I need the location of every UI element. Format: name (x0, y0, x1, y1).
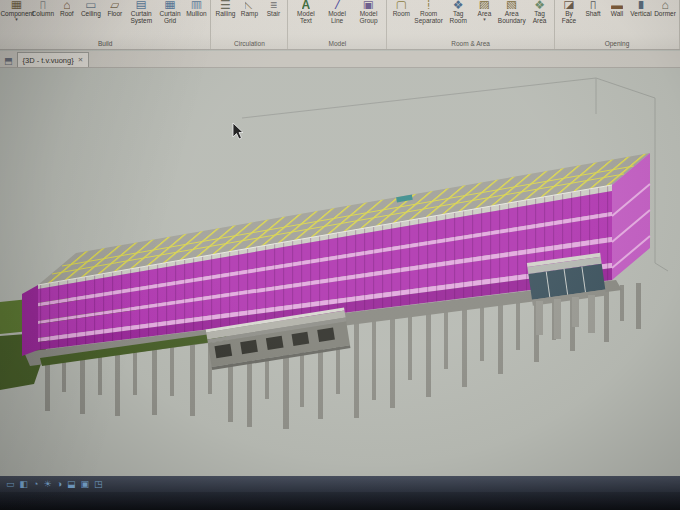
roof-icon (63, 0, 70, 9)
ribbon-panel-opening: By Face Shaft Wall Vertical Dormer (555, 0, 680, 49)
panel-label-room-area: Room & Area (389, 41, 552, 50)
view-tab-bar: ⬒ {3D - t.v.vuong} ✕ (0, 51, 680, 68)
ribbon-button-ceiling[interactable]: Ceiling (79, 1, 103, 17)
by-face-icon (563, 0, 574, 9)
project-view-icon: ⬒ (4, 56, 13, 66)
model-group-icon (363, 0, 374, 9)
ribbon-button-wall-opening[interactable]: Wall (605, 1, 629, 17)
monitor-bezel (0, 492, 680, 510)
detail-level-icon[interactable]: ◧ (20, 480, 29, 489)
ribbon-button-railing[interactable]: Railing (213, 1, 237, 17)
view-control-bar: ▭ ◧ ◔ ☀ ◑ ⬓ ▣ ◳ (0, 476, 680, 492)
revit-window: Component ▾ Column Roof Ceiling Fl (0, 0, 680, 510)
tag-area-icon (534, 0, 545, 9)
view-tab-3d[interactable]: {3D - t.v.vuong} ✕ (17, 52, 90, 67)
ribbon-panel-model: Model Text Model Line Model Group Model (288, 0, 387, 49)
ribbon-button-vertical-opening[interactable]: Vertical (629, 1, 653, 17)
floor-icon (110, 0, 119, 9)
ribbon-button-tag-room[interactable]: Tag Room (444, 1, 473, 24)
mullion-icon (191, 0, 202, 9)
vertical-opening-icon (638, 0, 645, 9)
view-lock-icon[interactable]: ◳ (94, 480, 103, 489)
ribbon-button-component[interactable]: Component ▾ (2, 1, 31, 22)
ribbon-button-model-text[interactable]: Model Text (290, 1, 321, 24)
drawing-area[interactable] (0, 68, 680, 476)
curtain-grid-icon (164, 0, 175, 9)
ribbon-button-column[interactable]: Column (31, 1, 55, 17)
ribbon-button-model-line[interactable]: Model Line (321, 1, 352, 24)
chevron-down-icon: ▾ (483, 17, 486, 22)
ribbon-button-model-group[interactable]: Model Group (353, 1, 385, 24)
ceiling-icon (85, 0, 96, 9)
ribbon-panel-build: Component ▾ Column Roof Ceiling Fl (0, 0, 211, 49)
ribbon-button-ramp[interactable]: Ramp (237, 1, 261, 17)
dormer-icon (661, 0, 668, 9)
ribbon-button-area-boundary[interactable]: Area Boundary (496, 1, 527, 24)
component-icon (11, 0, 22, 9)
ribbon-panel-circulation: Railing Ramp Stair Circulation (211, 0, 288, 49)
cursor-arrow (233, 123, 243, 139)
panel-label-opening: Opening (557, 41, 677, 50)
view-tab-label: {3D - t.v.vuong} (23, 56, 74, 65)
ribbon-button-curtain-system[interactable]: Curtain System (127, 1, 156, 24)
area-boundary-icon (506, 0, 517, 9)
ribbon-button-roof[interactable]: Roof (55, 1, 79, 17)
visual-style-icon[interactable]: ◔ (33, 480, 38, 489)
model-line-icon (333, 0, 340, 9)
ribbon-button-room-separator[interactable]: Room Separator (413, 1, 444, 24)
ribbon-button-tag-area[interactable]: Tag Area (527, 1, 552, 24)
crop-visibility-icon[interactable]: ▣ (81, 480, 90, 489)
room-separator-icon (425, 0, 432, 9)
ribbon-button-curtain-grid[interactable]: Curtain Grid (156, 1, 185, 24)
model-text-icon (302, 0, 311, 9)
curtain-system-icon (136, 0, 147, 9)
ribbon-panel-room-area: Room Room Separator Tag Room Area ▾ (387, 0, 555, 49)
ribbon-button-room[interactable]: Room (389, 1, 413, 17)
shaft-icon (590, 0, 597, 9)
room-icon (396, 0, 407, 9)
railing-icon (220, 0, 231, 9)
ribbon: Component ▾ Column Roof Ceiling Fl (0, 0, 680, 50)
ribbon-button-area[interactable]: Area ▾ (472, 1, 496, 22)
panel-label-model: Model (290, 41, 384, 50)
panel-label-circulation: Circulation (213, 41, 285, 50)
ribbon-button-shaft[interactable]: Shaft (581, 1, 605, 17)
panel-label-build: Build (2, 41, 208, 50)
sun-path-icon[interactable]: ☀ (43, 480, 51, 489)
area-icon (479, 0, 490, 9)
ramp-icon (245, 0, 254, 9)
roof-annex[interactable] (527, 253, 606, 339)
scale-icon[interactable]: ▭ (6, 480, 15, 489)
ribbon-button-mullion[interactable]: Mullion (184, 1, 208, 17)
tag-room-icon (453, 0, 464, 9)
crop-region-icon[interactable]: ⬓ (67, 480, 76, 489)
stair-icon (270, 0, 277, 9)
ribbon-button-by-face[interactable]: By Face (557, 1, 581, 24)
chevron-down-icon: ▾ (15, 17, 18, 22)
ribbon-button-stair[interactable]: Stair (261, 1, 285, 17)
ribbon-button-dormer[interactable]: Dormer (653, 1, 677, 17)
column-icon (40, 0, 47, 9)
shadows-icon[interactable]: ◑ (57, 480, 62, 489)
ribbon-button-floor[interactable]: Floor (103, 1, 127, 17)
wall-opening-icon (611, 0, 623, 9)
close-icon[interactable]: ✕ (78, 56, 83, 64)
